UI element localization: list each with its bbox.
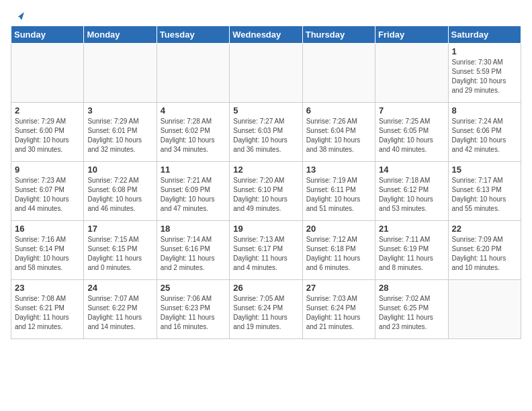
day-number: 15 (452, 165, 517, 175)
calendar-header-wednesday: Wednesday (230, 26, 302, 44)
calendar-cell: 16Sunrise: 7:16 AM Sunset: 6:14 PM Dayli… (11, 221, 84, 280)
day-info: Sunrise: 7:28 AM Sunset: 6:02 PM Dayligh… (161, 117, 226, 154)
calendar-cell: 15Sunrise: 7:17 AM Sunset: 6:13 PM Dayli… (448, 162, 521, 221)
calendar-week-row: 16Sunrise: 7:16 AM Sunset: 6:14 PM Dayli… (11, 221, 521, 280)
calendar-cell: 7Sunrise: 7:25 AM Sunset: 6:05 PM Daylig… (375, 103, 448, 162)
calendar-cell: 20Sunrise: 7:12 AM Sunset: 6:18 PM Dayli… (302, 221, 375, 280)
page-header (11, 11, 521, 20)
day-info: Sunrise: 7:22 AM Sunset: 6:08 PM Dayligh… (87, 176, 152, 214)
day-info: Sunrise: 7:06 AM Sunset: 6:23 PM Dayligh… (161, 294, 226, 332)
calendar-cell (157, 44, 229, 103)
day-number: 10 (87, 165, 152, 175)
calendar-week-row: 23Sunrise: 7:08 AM Sunset: 6:21 PM Dayli… (11, 280, 521, 339)
day-number: 9 (15, 165, 80, 175)
day-info: Sunrise: 7:08 AM Sunset: 6:21 PM Dayligh… (15, 294, 80, 332)
calendar-cell: 19Sunrise: 7:13 AM Sunset: 6:17 PM Dayli… (230, 221, 302, 280)
day-info: Sunrise: 7:12 AM Sunset: 6:18 PM Dayligh… (306, 235, 371, 273)
calendar-cell (302, 44, 375, 103)
calendar-cell: 24Sunrise: 7:07 AM Sunset: 6:22 PM Dayli… (84, 280, 157, 339)
day-info: Sunrise: 7:23 AM Sunset: 6:07 PM Dayligh… (15, 176, 80, 214)
calendar-cell (375, 44, 448, 103)
day-info: Sunrise: 7:07 AM Sunset: 6:22 PM Dayligh… (87, 294, 152, 332)
day-number: 28 (379, 283, 444, 293)
calendar-cell: 27Sunrise: 7:03 AM Sunset: 6:24 PM Dayli… (302, 280, 375, 339)
calendar-body: 1Sunrise: 7:30 AM Sunset: 5:59 PM Daylig… (11, 44, 521, 339)
calendar-cell: 12Sunrise: 7:20 AM Sunset: 6:10 PM Dayli… (230, 162, 302, 221)
calendar-cell: 5Sunrise: 7:27 AM Sunset: 6:03 PM Daylig… (230, 103, 302, 162)
day-info: Sunrise: 7:03 AM Sunset: 6:24 PM Dayligh… (306, 294, 371, 332)
day-info: Sunrise: 7:05 AM Sunset: 6:24 PM Dayligh… (233, 294, 298, 332)
calendar-cell (84, 44, 157, 103)
calendar-cell: 2Sunrise: 7:29 AM Sunset: 6:00 PM Daylig… (11, 103, 84, 162)
day-info: Sunrise: 7:15 AM Sunset: 6:15 PM Dayligh… (87, 235, 152, 273)
day-info: Sunrise: 7:27 AM Sunset: 6:03 PM Dayligh… (233, 117, 298, 154)
day-number: 21 (379, 224, 444, 234)
day-info: Sunrise: 7:18 AM Sunset: 6:12 PM Dayligh… (379, 176, 444, 214)
day-number: 1 (452, 46, 517, 56)
day-number: 13 (306, 165, 371, 175)
calendar-cell (448, 280, 521, 339)
calendar-cell: 18Sunrise: 7:14 AM Sunset: 6:16 PM Dayli… (157, 221, 229, 280)
calendar-cell (230, 44, 302, 103)
day-number: 4 (161, 105, 226, 116)
day-info: Sunrise: 7:16 AM Sunset: 6:14 PM Dayligh… (15, 235, 80, 273)
calendar-cell: 23Sunrise: 7:08 AM Sunset: 6:21 PM Dayli… (11, 280, 84, 339)
day-info: Sunrise: 7:09 AM Sunset: 6:20 PM Dayligh… (452, 235, 517, 273)
calendar-cell: 21Sunrise: 7:11 AM Sunset: 6:19 PM Dayli… (375, 221, 448, 280)
calendar-table: SundayMondayTuesdayWednesdayThursdayFrid… (11, 26, 521, 339)
calendar-header-row: SundayMondayTuesdayWednesdayThursdayFrid… (11, 26, 521, 44)
day-info: Sunrise: 7:25 AM Sunset: 6:05 PM Dayligh… (379, 117, 444, 154)
day-number: 5 (233, 105, 298, 116)
calendar-cell: 1Sunrise: 7:30 AM Sunset: 5:59 PM Daylig… (448, 44, 521, 103)
calendar-cell: 3Sunrise: 7:29 AM Sunset: 6:01 PM Daylig… (84, 103, 157, 162)
day-number: 22 (452, 224, 517, 234)
calendar-cell: 28Sunrise: 7:02 AM Sunset: 6:25 PM Dayli… (375, 280, 448, 339)
day-info: Sunrise: 7:21 AM Sunset: 6:09 PM Dayligh… (161, 176, 226, 214)
day-number: 23 (15, 283, 80, 293)
calendar-cell: 9Sunrise: 7:23 AM Sunset: 6:07 PM Daylig… (11, 162, 84, 221)
day-info: Sunrise: 7:14 AM Sunset: 6:16 PM Dayligh… (161, 235, 226, 273)
day-number: 3 (87, 105, 152, 116)
day-info: Sunrise: 7:20 AM Sunset: 6:10 PM Dayligh… (233, 176, 298, 214)
calendar-week-row: 2Sunrise: 7:29 AM Sunset: 6:00 PM Daylig… (11, 103, 521, 162)
day-info: Sunrise: 7:02 AM Sunset: 6:25 PM Dayligh… (379, 294, 444, 332)
day-info: Sunrise: 7:11 AM Sunset: 6:19 PM Dayligh… (379, 235, 444, 273)
calendar-header-tuesday: Tuesday (157, 26, 229, 44)
calendar-header-thursday: Thursday (302, 26, 375, 44)
calendar-header-saturday: Saturday (448, 26, 521, 44)
calendar-cell: 25Sunrise: 7:06 AM Sunset: 6:23 PM Dayli… (157, 280, 229, 339)
calendar-cell: 13Sunrise: 7:19 AM Sunset: 6:11 PM Dayli… (302, 162, 375, 221)
day-number: 16 (15, 224, 80, 234)
day-number: 12 (233, 165, 298, 175)
logo-bird-icon (12, 11, 24, 21)
calendar-cell: 4Sunrise: 7:28 AM Sunset: 6:02 PM Daylig… (157, 103, 229, 162)
calendar-cell: 8Sunrise: 7:24 AM Sunset: 6:06 PM Daylig… (448, 103, 521, 162)
day-info: Sunrise: 7:29 AM Sunset: 6:01 PM Dayligh… (87, 117, 152, 154)
day-number: 7 (379, 105, 444, 116)
calendar-week-row: 9Sunrise: 7:23 AM Sunset: 6:07 PM Daylig… (11, 162, 521, 221)
calendar-header-sunday: Sunday (11, 26, 84, 44)
day-number: 14 (379, 165, 444, 175)
day-number: 26 (233, 283, 298, 293)
calendar-header-monday: Monday (84, 26, 157, 44)
day-number: 17 (87, 224, 152, 234)
day-number: 8 (452, 105, 517, 116)
day-info: Sunrise: 7:17 AM Sunset: 6:13 PM Dayligh… (452, 176, 517, 214)
calendar-cell (11, 44, 84, 103)
calendar-cell: 6Sunrise: 7:26 AM Sunset: 6:04 PM Daylig… (302, 103, 375, 162)
day-number: 19 (233, 224, 298, 234)
calendar-header-friday: Friday (375, 26, 448, 44)
day-info: Sunrise: 7:29 AM Sunset: 6:00 PM Dayligh… (15, 117, 80, 154)
day-number: 25 (161, 283, 226, 293)
svg-marker-0 (13, 12, 24, 20)
day-number: 27 (306, 283, 371, 293)
day-number: 6 (306, 105, 371, 116)
day-number: 18 (161, 224, 226, 234)
calendar-cell: 11Sunrise: 7:21 AM Sunset: 6:09 PM Dayli… (157, 162, 229, 221)
logo (11, 11, 24, 20)
day-info: Sunrise: 7:24 AM Sunset: 6:06 PM Dayligh… (452, 117, 517, 154)
day-number: 20 (306, 224, 371, 234)
day-number: 11 (161, 165, 226, 175)
day-info: Sunrise: 7:13 AM Sunset: 6:17 PM Dayligh… (233, 235, 298, 273)
day-info: Sunrise: 7:26 AM Sunset: 6:04 PM Dayligh… (306, 117, 371, 154)
